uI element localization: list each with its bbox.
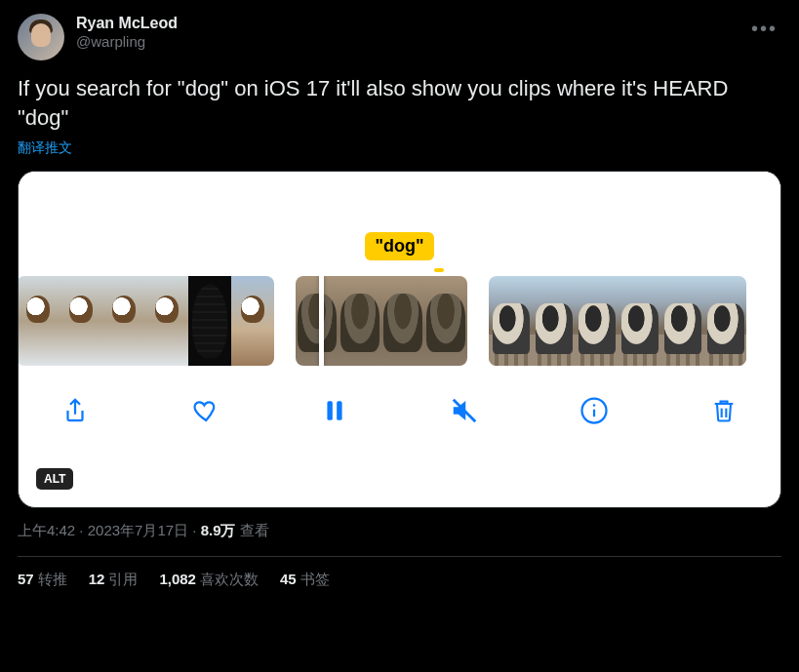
video-frame	[618, 276, 660, 366]
video-frame	[339, 276, 381, 366]
bookmarks-stat[interactable]: 45书签	[280, 571, 330, 589]
playhead[interactable]	[319, 276, 324, 366]
display-name: Ryan McLeod	[76, 14, 178, 33]
svg-rect-1	[337, 402, 341, 421]
retweets-stat[interactable]: 57转推	[18, 571, 67, 589]
heart-icon	[190, 396, 220, 425]
video-frame	[60, 276, 102, 366]
video-frame	[532, 276, 575, 366]
video-frame	[188, 276, 231, 366]
clip-group-3[interactable]	[489, 276, 746, 366]
more-button[interactable]: •••	[747, 14, 781, 44]
pause-button[interactable]	[317, 393, 352, 428]
divider	[18, 556, 781, 557]
user-handle: @warpling	[76, 33, 178, 52]
video-frame	[703, 276, 746, 366]
video-frame	[102, 276, 145, 366]
tweet-time[interactable]: 上午4:42	[18, 522, 75, 538]
video-frame	[424, 276, 467, 366]
video-frame	[145, 276, 188, 366]
media-card[interactable]: "dog"	[18, 171, 781, 508]
media-whitespace	[19, 172, 780, 232]
tweet-container: Ryan McLeod @warpling ••• If you search …	[0, 0, 799, 589]
likes-stat[interactable]: 1,082喜欢次数	[159, 571, 259, 589]
views-count: 8.9万	[201, 522, 236, 538]
avatar[interactable]	[18, 14, 64, 60]
tweet-date[interactable]: 2023年7月17日	[88, 522, 188, 538]
info-icon	[579, 396, 609, 425]
share-icon	[60, 396, 90, 425]
clip-group-1[interactable]	[19, 276, 274, 366]
translate-link[interactable]: 翻译推文	[18, 139, 781, 157]
svg-rect-0	[327, 402, 332, 421]
alt-badge[interactable]: ALT	[36, 468, 73, 490]
info-button[interactable]	[577, 393, 612, 428]
speaker-muted-icon	[450, 396, 479, 425]
views-label: 查看	[236, 522, 269, 538]
svg-point-5	[593, 405, 596, 408]
video-frame	[296, 276, 339, 366]
pause-icon	[322, 396, 347, 425]
video-frame	[231, 276, 274, 366]
tweet-text: If you search for "dog" on iOS 17 it'll …	[18, 74, 781, 132]
tweet-meta: 上午4:42 · 2023年7月17日 · 8.9万 查看	[18, 522, 781, 540]
video-timeline[interactable]	[19, 276, 780, 366]
delete-button[interactable]	[706, 393, 741, 428]
video-frame	[660, 276, 703, 366]
mute-button[interactable]	[447, 393, 482, 428]
user-block[interactable]: Ryan McLeod @warpling	[76, 14, 178, 52]
playhead-tick-icon	[434, 268, 444, 272]
video-frame	[489, 276, 532, 366]
search-term-row: "dog"	[19, 232, 780, 268]
video-frame	[19, 276, 60, 366]
tweet-header: Ryan McLeod @warpling •••	[18, 14, 781, 60]
video-frame	[575, 276, 618, 366]
ellipsis-icon: •••	[751, 18, 778, 39]
trash-icon	[710, 396, 738, 425]
like-button[interactable]	[187, 393, 222, 428]
tweet-stats: 57转推 12引用 1,082喜欢次数 45书签	[18, 571, 781, 589]
search-term-badge: "dog"	[365, 232, 433, 260]
share-button[interactable]	[58, 393, 93, 428]
quotes-stat[interactable]: 12引用	[89, 571, 139, 589]
video-frame	[381, 276, 424, 366]
media-controls	[19, 366, 780, 428]
clip-group-2[interactable]	[296, 276, 467, 366]
